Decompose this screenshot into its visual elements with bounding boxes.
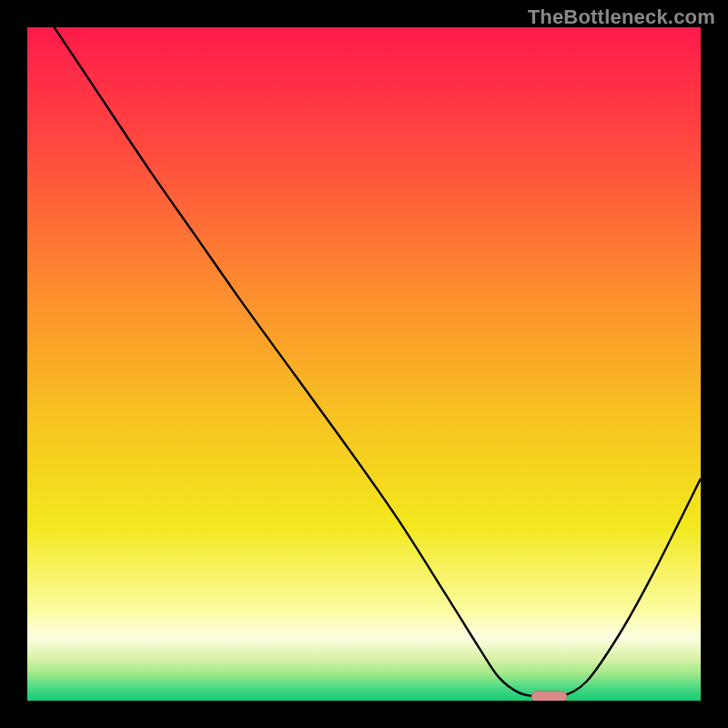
background-gradient: [27, 27, 701, 701]
watermark-text: TheBottleneck.com: [528, 5, 715, 29]
optimum-marker: [531, 692, 566, 701]
chart-svg: [27, 27, 701, 701]
plot-area: [27, 27, 701, 701]
chart-frame: TheBottleneck.com: [0, 0, 728, 728]
